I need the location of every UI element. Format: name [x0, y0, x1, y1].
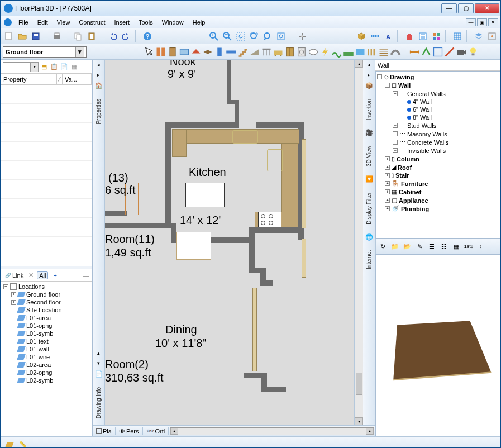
floorplan-canvas[interactable]: Nook 9' x 9' Kitchen 14' x 12' Dining 10…	[105, 60, 354, 425]
app-menu-icon[interactable]	[4, 18, 12, 26]
zoom-out-button[interactable]: −	[221, 30, 233, 42]
tree-item[interactable]: L01-opng	[26, 322, 53, 329]
menu-help[interactable]: Help	[188, 18, 210, 27]
column-tool-button[interactable]	[214, 46, 225, 58]
filter-icon[interactable]: ▦	[70, 63, 79, 72]
tree-stair[interactable]: Stair	[395, 172, 409, 179]
zoom-previous-button[interactable]	[261, 30, 274, 42]
ramp-tool-button[interactable]	[249, 46, 260, 58]
mdi-minimize-button[interactable]: —	[466, 18, 476, 26]
expand-icon[interactable]: +	[11, 292, 16, 297]
sort-indicator[interactable]: ∕	[57, 74, 63, 84]
zoom-in-button[interactable]: +	[208, 30, 220, 42]
zoom-realtime-button[interactable]	[275, 30, 287, 42]
tree-item[interactable]: Ground floor	[26, 291, 60, 298]
tree-invisible[interactable]: Invisible Walls	[407, 147, 446, 154]
close-button[interactable]: ✕	[475, 3, 499, 13]
print-button[interactable]	[51, 30, 63, 42]
select-tool-button[interactable]	[144, 46, 155, 58]
roof-tool-button[interactable]	[190, 46, 202, 58]
floor-tool-button[interactable]	[202, 46, 213, 58]
tree-item[interactable]: L02-opng	[26, 369, 53, 376]
window-tool-button[interactable]	[179, 46, 190, 58]
add-location-button[interactable]: +	[51, 272, 58, 279]
zoom-window-button[interactable]	[235, 30, 247, 42]
floor-selector[interactable]: Ground floor ▾	[3, 46, 87, 58]
cabinet-tool-button[interactable]	[284, 46, 295, 58]
preview-large-button[interactable]: ▦	[451, 241, 462, 252]
tree-roof[interactable]: Roof	[398, 164, 412, 171]
landscape-tool-button[interactable]	[331, 46, 342, 58]
minimize-button[interactable]: —	[441, 3, 457, 13]
new-file-button[interactable]	[3, 30, 15, 42]
list-button[interactable]	[417, 30, 429, 42]
tab-scroll-down[interactable]: ▾	[96, 360, 102, 366]
expand-icon[interactable]: −	[3, 284, 8, 289]
preview-rotate-button[interactable]: ↻	[377, 241, 388, 252]
3dview-vtab[interactable]: 3D View	[365, 141, 373, 171]
delete-button[interactable]	[403, 30, 416, 42]
preview-folder-button[interactable]: 📁	[389, 241, 400, 252]
furniture-tool-button[interactable]	[273, 46, 284, 58]
filter-vtab-icon[interactable]: 🔽	[365, 175, 373, 183]
tree-stud[interactable]: Stud Walls	[407, 122, 436, 129]
menu-window[interactable]: Window	[158, 18, 188, 27]
insertion-tree[interactable]: −◇Drawing −◻Wall −⋯General Walls 4" Wall…	[375, 71, 500, 239]
tree-item[interactable]: L01-wire	[26, 354, 50, 360]
tree-item[interactable]: Site Location	[26, 307, 62, 313]
locations-tree[interactable]: −Locations +Ground floor +Second floor S…	[1, 282, 92, 436]
insertion-icon[interactable]: 📦	[365, 82, 373, 90]
close-tab-icon[interactable]: ✕	[28, 271, 34, 279]
tab-scroll-left[interactable]: ◂	[96, 62, 102, 68]
tree-item[interactable]: L01-area	[26, 314, 51, 321]
tree-item[interactable]: L01-text	[26, 338, 49, 345]
link-tab[interactable]: 🔗Link	[3, 272, 25, 279]
tree-wall-6[interactable]: 6" Wall	[413, 106, 432, 113]
paste-button[interactable]	[85, 30, 98, 42]
mdi-restore-button[interactable]: ▣	[477, 18, 487, 26]
layers-button[interactable]	[473, 30, 485, 42]
tree-plumbing[interactable]: Plumbing	[401, 206, 429, 212]
properties-vtab[interactable]: Properties	[94, 94, 103, 129]
pin-icon[interactable]: ⬒	[40, 63, 49, 72]
line-tool-button[interactable]	[444, 46, 455, 58]
preview-edit-button[interactable]: ✎	[414, 241, 425, 252]
preview-sort-button[interactable]: 1st↓	[463, 241, 474, 252]
rtab-scroll-right[interactable]: ▸	[366, 72, 372, 78]
tree-column[interactable]: Column	[397, 156, 419, 163]
tree-general-walls[interactable]: General Walls	[407, 90, 446, 97]
undo-button[interactable]	[107, 30, 119, 42]
tree-concrete[interactable]: Concrete Walls	[407, 139, 448, 146]
plumbing-tool-button[interactable]	[308, 46, 319, 58]
tree-wall-8[interactable]: 8" Wall	[413, 114, 432, 121]
internet-vtab[interactable]: Internet	[365, 246, 373, 274]
properties-grid[interactable]	[1, 85, 92, 266]
3dview-icon[interactable]: 🎥	[365, 129, 373, 137]
rtab-scroll-left[interactable]: ◂	[366, 62, 372, 68]
perspective-tab[interactable]: 👁Pers	[116, 427, 143, 435]
stair-tool-button[interactable]	[237, 46, 249, 58]
preview-sort2-button[interactable]: ↕	[475, 241, 486, 252]
open-file-button[interactable]	[16, 30, 28, 42]
minimize-panel-icon[interactable]: —	[83, 272, 89, 279]
fence-tool-button[interactable]	[366, 46, 378, 58]
tree-cabinet[interactable]: Cabinet	[399, 189, 421, 196]
railing-tool-button[interactable]	[261, 46, 272, 58]
preview-list-button[interactable]: ☰	[426, 241, 437, 252]
tree-item[interactable]: L01-symb	[26, 330, 53, 337]
tree-wall[interactable]: Wall	[398, 82, 411, 89]
zoom-extents-button[interactable]	[248, 30, 260, 42]
horizontal-scrollbar[interactable]: ◂▸	[170, 427, 374, 435]
pool-tool-button[interactable]	[355, 46, 366, 58]
materials-button[interactable]	[430, 30, 442, 42]
tree-furniture[interactable]: Furniture	[401, 180, 428, 187]
pan-button[interactable]	[296, 30, 308, 42]
expand-icon[interactable]: +	[11, 300, 16, 305]
menu-view[interactable]: View	[53, 18, 75, 27]
menu-file[interactable]: File	[14, 18, 33, 27]
tree-root[interactable]: Locations	[18, 283, 45, 290]
appliance-tool-button[interactable]	[296, 46, 307, 58]
snap-button[interactable]	[486, 30, 498, 42]
tree-item[interactable]: L01-wall	[26, 346, 49, 352]
measure-button[interactable]	[369, 30, 381, 42]
